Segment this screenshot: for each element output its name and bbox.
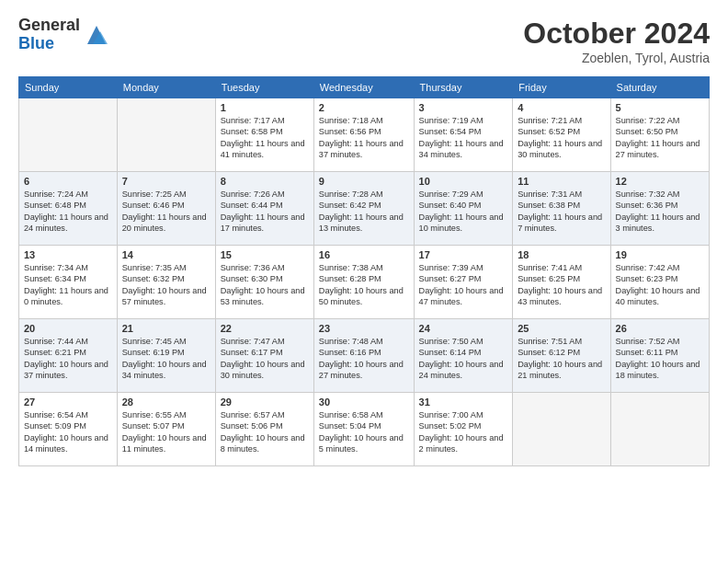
day-detail: Sunrise: 7:38 AM Sunset: 6:28 PM Dayligh…	[319, 262, 409, 308]
col-header-friday: Friday	[513, 77, 610, 98]
day-detail: Sunrise: 7:44 AM Sunset: 6:21 PM Dayligh…	[24, 336, 112, 382]
col-header-thursday: Thursday	[414, 77, 513, 98]
day-cell-12: 12Sunrise: 7:32 AM Sunset: 6:36 PM Dayli…	[610, 172, 709, 246]
calendar-row-4: 27Sunrise: 6:54 AM Sunset: 5:09 PM Dayli…	[19, 393, 710, 466]
logo-text: General Blue	[18, 17, 80, 53]
calendar-row-2: 13Sunrise: 7:34 AM Sunset: 6:34 PM Dayli…	[19, 246, 710, 319]
day-cell-11: 11Sunrise: 7:31 AM Sunset: 6:38 PM Dayli…	[513, 172, 610, 246]
col-header-tuesday: Tuesday	[215, 77, 313, 98]
day-detail: Sunrise: 7:28 AM Sunset: 6:42 PM Dayligh…	[319, 189, 409, 235]
day-cell-14: 14Sunrise: 7:35 AM Sunset: 6:32 PM Dayli…	[117, 246, 215, 319]
day-detail: Sunrise: 7:00 AM Sunset: 5:02 PM Dayligh…	[419, 409, 508, 455]
day-cell-13: 13Sunrise: 7:34 AM Sunset: 6:34 PM Dayli…	[19, 246, 118, 319]
day-detail: Sunrise: 7:25 AM Sunset: 6:46 PM Dayligh…	[122, 189, 210, 235]
header: General Blue October 2024 Zoeblen, Tyrol…	[18, 17, 710, 65]
day-cell-9: 9Sunrise: 7:28 AM Sunset: 6:42 PM Daylig…	[313, 172, 414, 246]
calendar-row-1: 6Sunrise: 7:24 AM Sunset: 6:48 PM Daylig…	[19, 172, 710, 246]
day-detail: Sunrise: 7:42 AM Sunset: 6:23 PM Dayligh…	[616, 262, 704, 308]
col-header-monday: Monday	[117, 77, 215, 98]
day-detail: Sunrise: 7:45 AM Sunset: 6:19 PM Dayligh…	[122, 336, 210, 382]
day-cell-10: 10Sunrise: 7:29 AM Sunset: 6:40 PM Dayli…	[414, 172, 513, 246]
day-detail: Sunrise: 7:48 AM Sunset: 6:16 PM Dayligh…	[319, 336, 409, 382]
day-number: 30	[319, 396, 409, 408]
day-cell-25: 25Sunrise: 7:51 AM Sunset: 6:12 PM Dayli…	[513, 319, 610, 393]
day-number: 31	[419, 396, 508, 408]
day-cell-7: 7Sunrise: 7:25 AM Sunset: 6:46 PM Daylig…	[117, 172, 215, 246]
header-row: SundayMondayTuesdayWednesdayThursdayFrid…	[19, 77, 710, 98]
title-block: October 2024 Zoeblen, Tyrol, Austria	[523, 17, 710, 65]
calendar-table: SundayMondayTuesdayWednesdayThursdayFrid…	[18, 76, 710, 466]
day-detail: Sunrise: 7:19 AM Sunset: 6:54 PM Dayligh…	[419, 115, 508, 161]
day-detail: Sunrise: 7:52 AM Sunset: 6:11 PM Dayligh…	[616, 336, 704, 382]
day-number: 1	[221, 102, 309, 113]
day-cell-1: 1Sunrise: 7:17 AM Sunset: 6:58 PM Daylig…	[215, 98, 313, 172]
day-number: 17	[419, 249, 508, 260]
day-number: 13	[24, 249, 112, 260]
day-number: 8	[221, 176, 309, 187]
day-number: 22	[221, 323, 309, 334]
day-detail: Sunrise: 7:36 AM Sunset: 6:30 PM Dayligh…	[221, 262, 309, 308]
day-number: 25	[518, 323, 605, 334]
empty-cell	[117, 98, 215, 172]
day-cell-3: 3Sunrise: 7:19 AM Sunset: 6:54 PM Daylig…	[414, 98, 513, 172]
day-number: 5	[616, 102, 704, 113]
empty-cell	[610, 393, 709, 466]
logo-blue: Blue	[18, 35, 80, 53]
day-number: 28	[122, 396, 210, 408]
day-detail: Sunrise: 6:58 AM Sunset: 5:04 PM Dayligh…	[319, 409, 409, 455]
day-detail: Sunrise: 6:55 AM Sunset: 5:07 PM Dayligh…	[122, 409, 210, 455]
day-number: 12	[616, 176, 704, 187]
day-cell-26: 26Sunrise: 7:52 AM Sunset: 6:11 PM Dayli…	[610, 319, 709, 393]
page: General Blue October 2024 Zoeblen, Tyrol…	[0, 0, 728, 563]
day-cell-17: 17Sunrise: 7:39 AM Sunset: 6:27 PM Dayli…	[414, 246, 513, 319]
day-cell-27: 27Sunrise: 6:54 AM Sunset: 5:09 PM Dayli…	[19, 393, 118, 466]
day-cell-16: 16Sunrise: 7:38 AM Sunset: 6:28 PM Dayli…	[313, 246, 414, 319]
empty-cell	[513, 393, 610, 466]
day-detail: Sunrise: 7:31 AM Sunset: 6:38 PM Dayligh…	[518, 189, 605, 235]
day-number: 6	[24, 176, 112, 187]
day-cell-5: 5Sunrise: 7:22 AM Sunset: 6:50 PM Daylig…	[610, 98, 709, 172]
location: Zoeblen, Tyrol, Austria	[523, 51, 710, 65]
day-number: 16	[319, 249, 409, 260]
day-detail: Sunrise: 7:29 AM Sunset: 6:40 PM Dayligh…	[419, 189, 508, 235]
day-number: 15	[221, 249, 309, 260]
col-header-wednesday: Wednesday	[313, 77, 414, 98]
day-number: 26	[616, 323, 704, 334]
day-cell-29: 29Sunrise: 6:57 AM Sunset: 5:06 PM Dayli…	[215, 393, 313, 466]
col-header-sunday: Sunday	[19, 77, 118, 98]
logo-icon	[84, 22, 109, 48]
logo: General Blue	[18, 17, 109, 53]
day-number: 27	[24, 396, 112, 408]
calendar-row-3: 20Sunrise: 7:44 AM Sunset: 6:21 PM Dayli…	[19, 319, 710, 393]
day-number: 24	[419, 323, 508, 334]
day-cell-22: 22Sunrise: 7:47 AM Sunset: 6:17 PM Dayli…	[215, 319, 313, 393]
day-number: 4	[518, 102, 605, 113]
day-number: 9	[319, 176, 409, 187]
day-detail: Sunrise: 7:35 AM Sunset: 6:32 PM Dayligh…	[122, 262, 210, 308]
day-number: 19	[616, 249, 704, 260]
day-number: 3	[419, 102, 508, 113]
day-detail: Sunrise: 6:57 AM Sunset: 5:06 PM Dayligh…	[221, 409, 309, 455]
day-detail: Sunrise: 7:39 AM Sunset: 6:27 PM Dayligh…	[419, 262, 508, 308]
empty-cell	[19, 98, 118, 172]
day-cell-30: 30Sunrise: 6:58 AM Sunset: 5:04 PM Dayli…	[313, 393, 414, 466]
day-cell-8: 8Sunrise: 7:26 AM Sunset: 6:44 PM Daylig…	[215, 172, 313, 246]
day-detail: Sunrise: 7:17 AM Sunset: 6:58 PM Dayligh…	[221, 115, 309, 161]
day-detail: Sunrise: 7:24 AM Sunset: 6:48 PM Dayligh…	[24, 189, 112, 235]
day-detail: Sunrise: 7:22 AM Sunset: 6:50 PM Dayligh…	[616, 115, 704, 161]
day-cell-6: 6Sunrise: 7:24 AM Sunset: 6:48 PM Daylig…	[19, 172, 118, 246]
day-detail: Sunrise: 7:26 AM Sunset: 6:44 PM Dayligh…	[221, 189, 309, 235]
day-number: 11	[518, 176, 605, 187]
day-cell-19: 19Sunrise: 7:42 AM Sunset: 6:23 PM Dayli…	[610, 246, 709, 319]
day-cell-2: 2Sunrise: 7:18 AM Sunset: 6:56 PM Daylig…	[313, 98, 414, 172]
day-cell-21: 21Sunrise: 7:45 AM Sunset: 6:19 PM Dayli…	[117, 319, 215, 393]
day-number: 14	[122, 249, 210, 260]
logo-general: General	[18, 17, 80, 35]
day-cell-15: 15Sunrise: 7:36 AM Sunset: 6:30 PM Dayli…	[215, 246, 313, 319]
day-number: 21	[122, 323, 210, 334]
day-cell-28: 28Sunrise: 6:55 AM Sunset: 5:07 PM Dayli…	[117, 393, 215, 466]
day-number: 23	[319, 323, 409, 334]
day-detail: Sunrise: 6:54 AM Sunset: 5:09 PM Dayligh…	[24, 409, 112, 455]
day-detail: Sunrise: 7:32 AM Sunset: 6:36 PM Dayligh…	[616, 189, 704, 235]
day-number: 20	[24, 323, 112, 334]
